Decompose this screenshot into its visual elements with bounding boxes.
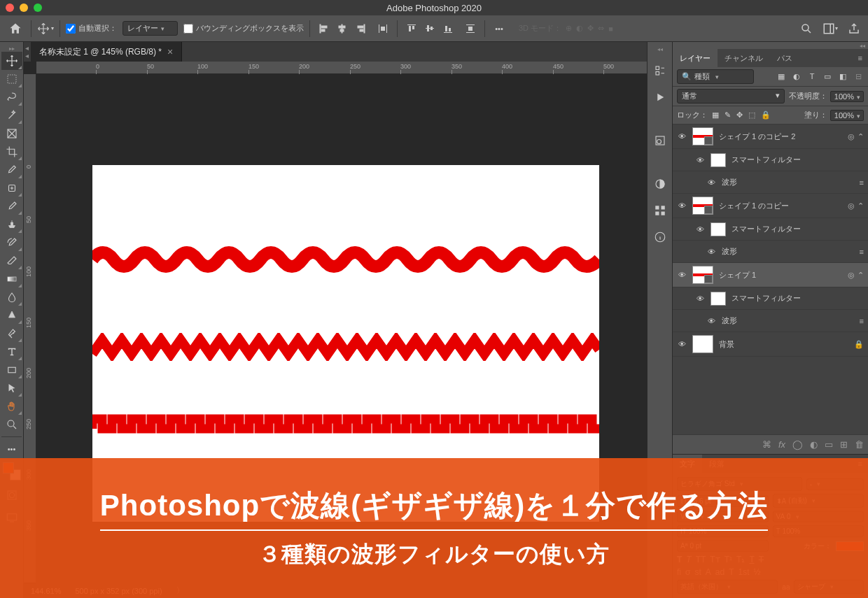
adjustments-panel-icon[interactable] [651,131,669,150]
filter-name[interactable]: 波形 [722,177,854,187]
visibility-toggle-icon[interactable]: 👁 [706,317,716,325]
filter-smart-icon[interactable]: ◧ [837,72,848,81]
tab-channels[interactable]: チャンネル [718,49,770,67]
align-top-icon[interactable] [403,20,420,37]
rectangular-marquee-tool[interactable] [1,70,22,88]
visibility-toggle-icon[interactable]: 👁 [695,156,705,164]
layer-row[interactable]: 👁 背景 🔒 [673,332,868,357]
expand-icon[interactable]: ⌃ [858,201,864,211]
opacity-input[interactable]: 100% [830,91,864,102]
layer-effects-icon[interactable]: fx [778,439,785,450]
lock-transparency-icon[interactable]: ▦ [712,111,719,120]
add-mask-icon[interactable]: ◯ [792,439,803,450]
filter-toggle-icon[interactable]: ⊟ [853,72,864,81]
link-layers-icon[interactable]: ⌘ [762,439,771,450]
move-tool[interactable] [1,52,22,70]
align-right-icon[interactable] [352,20,369,37]
delete-layer-icon[interactable]: 🗑 [855,439,864,450]
lock-all-icon[interactable]: 🔒 [761,111,771,120]
expand-icon[interactable]: ⌃ [858,132,864,141]
panel-menu-icon[interactable]: ≡ [853,54,868,62]
filter-shape-icon[interactable]: ▭ [822,72,833,81]
frame-tool[interactable] [1,124,22,143]
layer-thumbnail[interactable] [692,335,713,353]
visibility-toggle-icon[interactable]: 👁 [677,201,687,210]
filter-row[interactable]: 👁 波形 ≡ [673,171,868,194]
align-bottom-icon[interactable] [440,20,456,37]
visibility-toggle-icon[interactable]: 👁 [706,178,716,187]
visibility-toggle-icon[interactable]: 👁 [677,271,687,279]
tab-paths[interactable]: パス [770,49,799,67]
swatches-panel-icon[interactable] [651,201,669,220]
pen-tool[interactable] [1,325,22,343]
info-panel-icon[interactable] [651,228,669,246]
bounding-box-check[interactable] [183,24,193,34]
layer-name[interactable]: シェイプ 1 のコピー [719,201,842,211]
mask-thumbnail[interactable] [710,222,726,236]
align-center-h-icon[interactable] [334,20,351,37]
filter-pixel-icon[interactable]: ▦ [776,72,787,81]
mask-thumbnail[interactable] [710,153,726,167]
fill-input[interactable]: 100% [830,110,864,121]
filter-type-dropdown[interactable]: 🔍 種類 [677,69,754,84]
lock-icon[interactable]: 🔒 [854,340,864,349]
bounding-box-checkbox[interactable]: バウンディングボックスを表示 [183,23,304,34]
layer-name[interactable]: 背景 [719,339,848,350]
collapse-grip-icon[interactable]: ◂◂ [657,46,663,53]
filter-options-icon[interactable]: ≡ [860,317,864,325]
new-group-icon[interactable]: ▭ [825,439,833,450]
edit-toolbar-button[interactable]: ••• [1,440,22,458]
collapse-grip-icon[interactable]: ◂◂ [24,42,31,62]
gradient-tool[interactable] [1,270,22,288]
expand-icon[interactable]: ⌃ [858,271,864,280]
distribute-h-icon[interactable] [374,20,391,37]
eyedropper-tool[interactable] [1,161,22,179]
filter-type-icon[interactable]: T [806,72,818,81]
visibility-toggle-icon[interactable]: 👁 [677,132,687,141]
document-tab[interactable]: 名称未設定 1 @ 145% (RGB/8) * × [31,42,182,62]
layer-row[interactable]: 👁 シェイプ 1 のコピー ◎⌃ [673,194,868,218]
filter-effects-icon[interactable]: ◎ [848,271,855,280]
visibility-toggle-icon[interactable]: 👁 [695,225,705,234]
collapse-grip-icon[interactable]: ◂◂ [673,42,868,49]
visibility-toggle-icon[interactable]: 👁 [706,248,716,256]
hand-tool[interactable] [1,397,22,415]
play-panel-icon[interactable] [651,88,669,106]
filter-name[interactable]: 波形 [722,315,854,326]
home-button[interactable] [6,19,25,38]
layer-name[interactable]: シェイプ 1 のコピー 2 [719,131,842,142]
history-brush-tool[interactable] [1,234,22,252]
eraser-tool[interactable] [1,252,22,270]
filter-options-icon[interactable]: ≡ [860,178,864,187]
maximize-window-button[interactable] [34,3,42,12]
lock-position-icon[interactable]: ✥ [736,111,743,120]
filter-name[interactable]: 波形 [722,246,854,257]
type-tool[interactable] [1,343,22,361]
properties-panel-icon[interactable] [651,62,669,80]
share-icon[interactable] [846,20,862,37]
clone-stamp-tool[interactable] [1,215,22,234]
smart-filters-row[interactable]: 👁 スマートフィルター [673,149,868,171]
close-tab-icon[interactable]: × [167,46,173,57]
blur-tool[interactable] [1,288,22,306]
color-panel-icon[interactable] [651,175,669,193]
zoom-tool[interactable] [1,415,22,434]
auto-select-checkbox[interactable]: 自動選択： [66,23,117,34]
filter-row[interactable]: 👁 波形 ≡ [673,310,868,332]
new-layer-icon[interactable]: ⊞ [840,439,848,450]
visibility-toggle-icon[interactable]: 👁 [695,294,705,303]
filter-effects-icon[interactable]: ◎ [848,132,855,141]
visibility-toggle-icon[interactable]: 👁 [677,340,687,348]
lock-pixels-icon[interactable]: ✎ [724,111,731,120]
auto-select-check[interactable] [66,24,76,34]
smart-filters-row[interactable]: 👁 スマートフィルター [673,287,868,310]
tab-layers[interactable]: レイヤー [673,49,718,67]
new-adjustment-icon[interactable]: ◐ [810,439,818,450]
filter-options-icon[interactable]: ≡ [860,248,864,256]
workspace-switcher-icon[interactable]: ▾ [822,20,839,37]
collapse-grip-icon[interactable]: ▸▸ [0,45,23,52]
mask-thumbnail[interactable] [710,292,726,306]
distribute-v-icon[interactable] [462,20,479,37]
layer-name[interactable]: シェイプ 1 [719,270,842,280]
auto-select-target-dropdown[interactable]: レイヤー [122,21,178,36]
